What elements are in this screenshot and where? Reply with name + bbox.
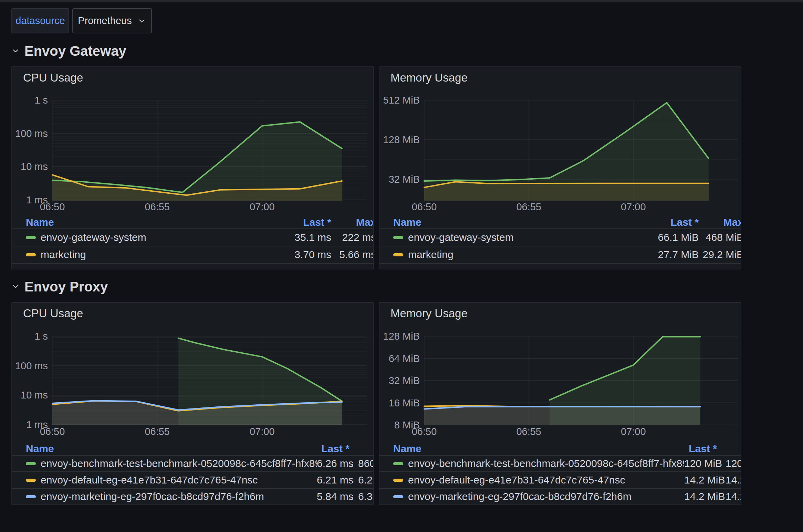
legend-max-value: 14.2 <box>726 491 741 502</box>
legend-series-toggle[interactable]: envoy-marketing-eg-297f0cac-b8cd97d76-f2… <box>26 491 317 502</box>
legend-header-row: NameLast *Max <box>12 216 373 229</box>
section-header-envoy-gateway[interactable]: Envoy Gateway <box>11 43 126 59</box>
axis-tick-label: 07:00 <box>621 426 646 437</box>
axis-tick-label: 100 ms <box>15 360 48 371</box>
axis-tick-label: 512 MiB <box>383 95 420 106</box>
series-color-swatch-icon <box>393 253 403 256</box>
series-color-swatch-icon <box>393 479 403 482</box>
chevron-down-icon <box>11 47 20 55</box>
legend-column-name[interactable]: Name <box>393 216 647 228</box>
legend-series-toggle[interactable]: marketing <box>393 249 647 260</box>
series-fill <box>424 182 709 201</box>
axis-tick-label: 1 s <box>34 95 48 106</box>
axis-tick-label: 06:50 <box>40 201 65 212</box>
legend-series-toggle[interactable]: envoy-benchmark-test-benchmark-0520098c-… <box>393 458 684 469</box>
legend-row: marketing27.7 MiB29.2 MiB <box>379 246 741 264</box>
legend-row: envoy-benchmark-test-benchmark-0520098c-… <box>379 456 741 472</box>
datasource-picker-value: Prometheus <box>78 15 132 26</box>
panel-memory-usage: Memory Usage8 MiB16 MiB32 MiB64 MiB128 M… <box>379 302 741 505</box>
grafana-dashboard: datasource Prometheus Envoy GatewayCPU U… <box>0 0 803 532</box>
legend-header-row: NameLast *Max <box>379 216 741 229</box>
legend-max-value: 14.2 <box>726 474 741 486</box>
legend-series-toggle[interactable]: envoy-gateway-system <box>393 232 647 243</box>
axis-tick-label: 64 MiB <box>389 353 420 364</box>
legend-series-name: marketing <box>41 249 86 260</box>
axis-tick-label: 07:00 <box>250 426 275 437</box>
legend-last-value: 14.2 MiB <box>684 474 717 486</box>
legend-max-value: 120 <box>726 458 741 469</box>
legend-max-value: 6.3 <box>358 491 373 502</box>
legend-series-toggle[interactable]: envoy-default-eg-e41e7b31-647dc7c765-47n… <box>393 474 684 486</box>
legend-last-value: 120 MiB <box>684 458 717 469</box>
series-color-swatch-icon <box>393 495 403 498</box>
legend-last-value: 3.70 ms <box>280 249 331 260</box>
legend-row: envoy-gateway-system35.1 ms222 ms <box>12 229 373 246</box>
legend-column-last[interactable]: Last * <box>684 443 717 455</box>
legend-max-value: 860 <box>358 458 373 469</box>
legend-row: envoy-gateway-system66.1 MiB468 MiB <box>379 229 741 246</box>
datasource-label-text: datasource <box>15 15 65 26</box>
legend-table: NameLast *Maxenvoy-gateway-system35.1 ms… <box>12 216 373 264</box>
legend-series-name: envoy-marketing-eg-297f0cac-b8cd97d76-f2… <box>408 491 632 502</box>
legend-column-last[interactable]: Last * <box>280 216 331 228</box>
legend-table: NameLast *envoy-benchmark-test-benchmark… <box>12 443 373 505</box>
legend-last-value: 6.21 ms <box>317 474 350 486</box>
axis-tick-label: 1 s <box>34 331 48 342</box>
axis-tick-label: 06:50 <box>412 426 437 437</box>
chevron-down-icon <box>137 17 146 25</box>
axis-tick-label: 06:55 <box>145 201 170 212</box>
legend-column-name[interactable]: Name <box>26 443 317 455</box>
legend-last-value: 35.1 ms <box>280 232 331 243</box>
axis-tick-label: 16 MiB <box>389 397 420 408</box>
legend-series-toggle[interactable]: envoy-default-eg-e41e7b31-647dc7c765-47n… <box>26 474 317 486</box>
legend-series-toggle[interactable]: envoy-marketing-eg-297f0cac-b8cd97d76-f2… <box>393 491 684 502</box>
axis-tick-label: 10 ms <box>21 390 48 401</box>
legend-table: NameLast *envoy-benchmark-test-benchmark… <box>379 443 741 505</box>
legend-series-name: envoy-default-eg-e41e7b31-647dc7c765-47n… <box>41 474 258 486</box>
legend-max-value: 222 ms <box>331 232 373 243</box>
legend-header-row: NameLast * <box>12 443 373 456</box>
axis-tick-label: 100 ms <box>15 128 48 139</box>
panel-cpu-usage: CPU Usage1 ms10 ms100 ms1 s06:5006:5507:… <box>11 66 374 269</box>
legend-header-row: NameLast * <box>379 443 741 456</box>
legend-table: NameLast *Maxenvoy-gateway-system66.1 Mi… <box>379 216 741 264</box>
section-title: Envoy Gateway <box>24 43 126 59</box>
legend-column-max[interactable]: Max <box>699 216 741 228</box>
legend-row: marketing3.70 ms5.66 ms <box>12 246 373 264</box>
legend-last-value: 6.26 ms <box>317 458 350 469</box>
legend-row: envoy-marketing-eg-297f0cac-b8cd97d76-f2… <box>12 489 373 505</box>
legend-series-toggle[interactable]: marketing <box>26 249 280 260</box>
legend-column-last[interactable]: Last * <box>317 443 350 455</box>
axis-tick-label: 07:00 <box>621 201 646 212</box>
chevron-down-icon <box>11 283 20 291</box>
legend-series-name: envoy-gateway-system <box>41 232 146 243</box>
axis-tick-label: 32 MiB <box>389 375 420 386</box>
legend-column-last[interactable]: Last * <box>647 216 699 228</box>
legend-max-value: 468 MiB <box>699 232 741 243</box>
section-header-envoy-proxy[interactable]: Envoy Proxy <box>11 278 108 295</box>
axis-tick-label: 10 ms <box>21 161 48 172</box>
legend-series-name: envoy-default-eg-e41e7b31-647dc7c765-47n… <box>408 474 625 486</box>
series-color-swatch-icon <box>26 479 36 482</box>
legend-column-max[interactable]: Max <box>331 216 373 228</box>
series-color-swatch-icon <box>393 462 403 465</box>
axis-tick-label: 06:55 <box>516 201 541 212</box>
legend-series-name: envoy-marketing-eg-297f0cac-b8cd97d76-f2… <box>41 491 264 502</box>
legend-max-value: 6.2 <box>358 474 373 486</box>
legend-max-value: 5.66 ms <box>331 249 373 260</box>
series-color-swatch-icon <box>393 236 403 239</box>
legend-series-toggle[interactable]: envoy-benchmark-test-benchmark-0520098c-… <box>26 458 317 469</box>
legend-series-name: marketing <box>408 249 453 260</box>
panel-memory-usage: Memory Usage32 MiB128 MiB512 MiB06:5006:… <box>379 66 741 269</box>
axis-tick-label: 06:55 <box>145 426 170 437</box>
datasource-picker[interactable]: Prometheus <box>72 8 152 33</box>
legend-row: envoy-benchmark-test-benchmark-0520098c-… <box>12 456 373 472</box>
legend-row: envoy-default-eg-e41e7b31-647dc7c765-47n… <box>379 472 741 489</box>
axis-tick-label: 07:00 <box>250 201 275 212</box>
axis-tick-label: 06:50 <box>412 201 437 212</box>
legend-series-toggle[interactable]: envoy-gateway-system <box>26 232 280 243</box>
legend-last-value: 14.2 MiB <box>684 491 717 502</box>
legend-column-name[interactable]: Name <box>393 443 684 455</box>
legend-column-name[interactable]: Name <box>26 216 280 228</box>
series-color-swatch-icon <box>26 236 36 239</box>
